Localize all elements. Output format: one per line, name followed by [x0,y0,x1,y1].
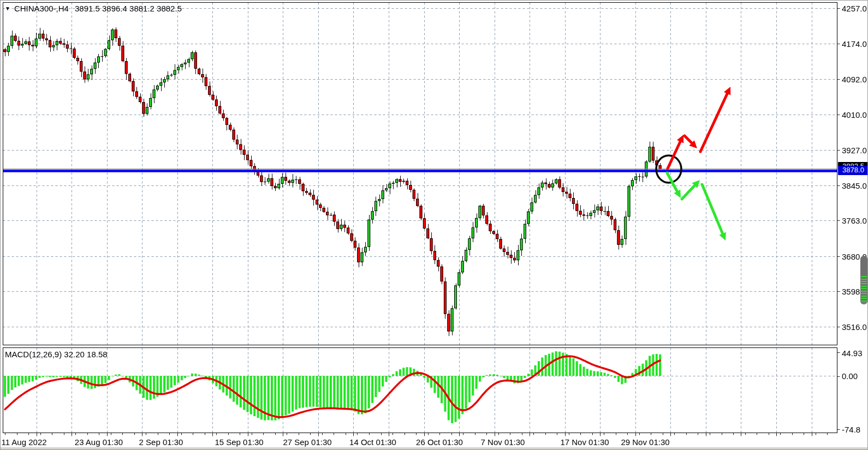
price-tick-label: 4257.0 [842,4,867,13]
collapse-chevron-icon[interactable]: ▼ [5,5,10,11]
time-tick-label: 17 Nov 01:30 [560,437,609,447]
ohlc-values: 3891.5 3896.4 3881.2 3882.5 [75,4,182,13]
chart-window: ▼ CHINA300-,H4 3891.5 3896.4 3881.2 3882… [0,0,868,450]
hline-price-badge: 3878.0 [838,166,868,175]
price-tick-label: 3927.0 [842,145,867,154]
price-chart-canvas[interactable] [1,1,868,450]
time-tick-label: 11 Aug 2022 [1,437,46,447]
time-tick-label: 14 Oct 01:30 [349,437,396,447]
time-tick-label: 29 Nov 01:30 [621,437,669,447]
price-tick-label: 4092.0 [842,74,867,83]
time-tick-label: 15 Sep 01:30 [215,437,263,447]
symbol-title: CHINA300-,H4 [14,4,69,13]
macd-indicator-label: MACD(12,26,9) 32.20 18.58 [5,350,108,359]
price-tick-label: 3763.0 [842,216,867,225]
time-tick-label: 26 Oct 01:30 [416,437,463,447]
bottom-frame-strip [1,447,868,450]
macd-tick-label: 44.93 [842,348,863,357]
time-tick-label: 7 Nov 01:30 [481,437,525,447]
price-tick-label: 3845.0 [842,181,867,190]
vertical-scrollbar-thumb[interactable] [860,256,867,304]
time-tick-label: 2 Sep 01:30 [139,437,183,447]
time-tick-label: 27 Sep 01:30 [283,437,331,447]
scrollbar-stripes [861,276,867,303]
chart-title-bar: ▼ CHINA300-,H4 3891.5 3896.4 3881.2 3882… [5,4,182,13]
price-tick-label: 4174.0 [842,39,867,49]
time-tick-label: 23 Aug 01:30 [75,437,123,447]
price-tick-label: 3516.0 [842,322,867,331]
macd-tick-label: -74.8 [842,424,860,434]
macd-tick-label: 0.00 [842,371,858,381]
price-tick-label: 4010.0 [842,110,867,119]
